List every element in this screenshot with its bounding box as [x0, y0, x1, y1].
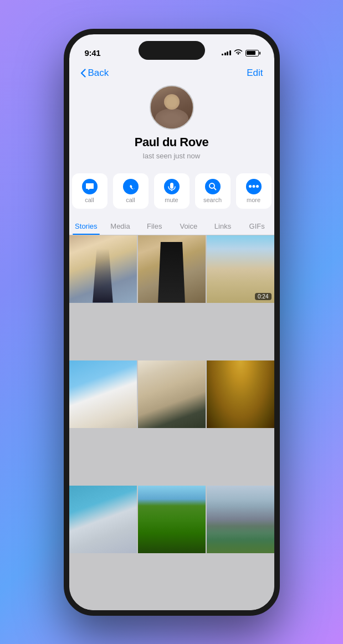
status-time: 9:41: [85, 48, 101, 58]
tab-links[interactable]: Links: [206, 217, 240, 235]
nav-bar: Back Edit: [69, 64, 274, 83]
status-icons: [222, 49, 259, 57]
media-item-4[interactable]: [69, 360, 137, 428]
mute-icon: [164, 179, 180, 194]
call-label: call: [126, 197, 135, 203]
action-message-button[interactable]: call: [72, 173, 107, 209]
search-icon: [205, 179, 221, 194]
media-image-4: [69, 360, 137, 428]
search-label: search: [203, 197, 222, 203]
media-item-2[interactable]: [138, 235, 206, 303]
more-label: more: [247, 197, 260, 203]
edit-button[interactable]: Edit: [247, 68, 263, 79]
media-image-7: [69, 486, 137, 553]
avatar: [150, 85, 194, 130]
action-call-button[interactable]: call: [113, 173, 149, 209]
svg-point-1: [249, 185, 252, 188]
avatar-image: [151, 86, 193, 128]
action-buttons-row: call call mute: [69, 169, 274, 217]
tabs-bar: Stories Media Files Voice Links GIFs: [69, 217, 274, 235]
media-image-8: [138, 486, 206, 553]
more-icon: [246, 179, 262, 194]
media-image-6: [207, 360, 274, 428]
battery-icon: [245, 50, 259, 56]
media-item-3[interactable]: 0:24: [207, 235, 274, 303]
action-mute-button[interactable]: mute: [154, 173, 190, 209]
profile-name: Paul du Rove: [135, 135, 208, 150]
media-image-2: [138, 235, 206, 303]
profile-status: last seen just now: [143, 152, 200, 160]
tab-files[interactable]: Files: [137, 217, 172, 235]
tab-media[interactable]: Media: [103, 217, 137, 235]
message-label: call: [85, 197, 94, 203]
media-item-1[interactable]: [69, 235, 137, 303]
call-icon: [123, 179, 139, 194]
svg-point-3: [256, 185, 259, 188]
media-image-3: 0:24: [207, 235, 274, 303]
wifi-icon: [234, 49, 243, 57]
tab-stories[interactable]: Stories: [69, 217, 104, 235]
message-icon: [82, 179, 98, 194]
action-search-button[interactable]: search: [195, 173, 231, 209]
video-duration-badge: 0:24: [255, 293, 271, 300]
signal-icon: [222, 50, 231, 55]
media-item-6[interactable]: [207, 360, 274, 428]
action-more-button[interactable]: more: [236, 173, 272, 209]
dynamic-island: [139, 41, 205, 60]
tab-gifs[interactable]: GIFs: [240, 217, 274, 235]
tab-voice[interactable]: Voice: [172, 217, 206, 235]
media-item-7[interactable]: [69, 486, 137, 553]
svg-point-2: [252, 185, 255, 188]
media-item-9[interactable]: [207, 486, 274, 553]
media-item-5[interactable]: [138, 360, 206, 428]
media-image-5: [138, 360, 206, 428]
phone-frame: 9:41: [64, 29, 280, 616]
phone-screen: 9:41: [69, 34, 274, 610]
profile-section: Paul du Rove last seen just now: [69, 83, 274, 169]
media-image-9: [207, 486, 274, 553]
back-label: Back: [88, 68, 109, 79]
mute-label: mute: [165, 197, 178, 203]
media-item-8[interactable]: [138, 486, 206, 553]
media-image-1: [69, 235, 137, 303]
back-button[interactable]: Back: [80, 68, 109, 79]
media-grid: 0:24: [69, 235, 274, 610]
